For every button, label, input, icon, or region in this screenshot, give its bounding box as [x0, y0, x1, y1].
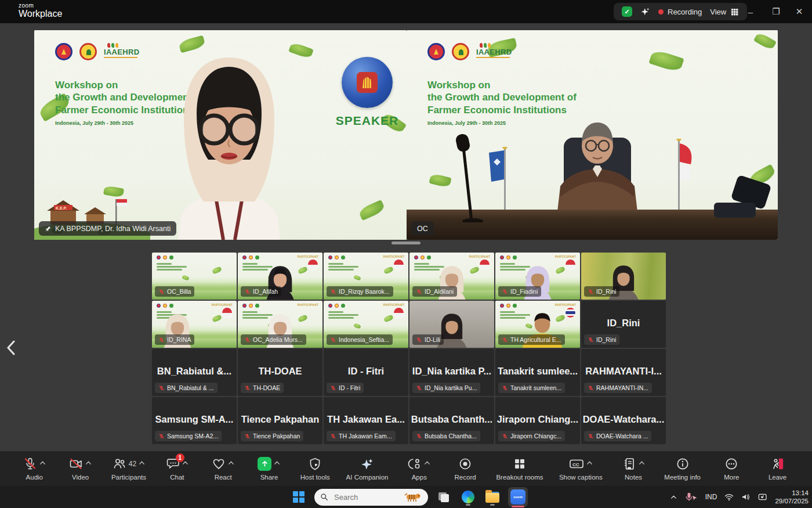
participant-name-label: ID_Rini: [584, 286, 619, 297]
toolbar-button-meeting-info[interactable]: Meeting info: [664, 457, 701, 481]
task-view-button[interactable]: [435, 488, 452, 506]
chevron-up-icon[interactable]: [424, 460, 430, 465]
participant-tile[interactable]: OC_Billa: [152, 253, 237, 300]
participant-tile[interactable]: PARTICIPANT TH Agricultural E...: [495, 301, 580, 348]
hidden-icons-chevron[interactable]: [670, 493, 677, 501]
view-button[interactable]: View: [710, 8, 739, 16]
volume-icon[interactable]: [741, 493, 751, 501]
participant-name-label: Butsaba Chantha...: [412, 431, 480, 441]
toolbar-button-audio[interactable]: Audio: [19, 457, 49, 481]
participant-tile[interactable]: Samsung SM-A... Samsung SM-A2...: [152, 397, 237, 444]
participant-tile[interactable]: ID_Nia kartika P... ID_Nia kartika Pu...: [409, 349, 494, 396]
video-strip-scrollbar[interactable]: [392, 242, 420, 244]
edge-browser-button[interactable]: [459, 488, 477, 506]
participant-tile[interactable]: TH-DOAE TH-DOAE: [238, 349, 322, 396]
start-button[interactable]: [290, 488, 307, 506]
leave-icon: [771, 457, 785, 471]
participant-name-text: ID_Aldilani: [425, 288, 454, 295]
participant-display-name: TH Jakawan Ea...: [324, 414, 408, 425]
workshop-title: Workshop onthe Growth and Development of…: [427, 79, 577, 116]
participant-name-text: Indonesia_Seftia...: [339, 336, 389, 343]
participant-tile[interactable]: PARTICIPANT ID_Rizqy Baarok...: [324, 253, 408, 300]
participant-name-label: ID_Aldilani: [412, 286, 457, 297]
iaaehrd-text: IAAEHRD: [104, 48, 139, 56]
gallery-previous-button[interactable]: [2, 338, 20, 358]
participant-display-name: Butsaba Chanth...: [409, 414, 494, 425]
participant-tile[interactable]: RAHMAYANTI-I... RAHMAYANTI-IN...: [581, 349, 666, 396]
mic-in-use-icon[interactable]: [685, 492, 698, 502]
participant-tile[interactable]: PARTICIPANT OC_Adelia Murs...: [238, 301, 322, 348]
participant-tile[interactable]: Tanakrit sumlee... Tanakrit sumleen...: [495, 349, 580, 396]
recording-indicator[interactable]: Recording: [658, 8, 702, 16]
taskbar-clock[interactable]: 13:14 29/07/2025: [775, 489, 809, 506]
chevron-up-icon[interactable]: [228, 460, 234, 465]
toolbar-button-notes[interactable]: Notes: [618, 457, 648, 481]
toolbar-button-share[interactable]: Share: [254, 457, 284, 481]
toolbar-button-more[interactable]: More: [716, 457, 746, 481]
toolbar-button-react[interactable]: React: [208, 457, 238, 481]
chevron-up-icon[interactable]: [586, 460, 593, 465]
participant-tile[interactable]: PARTICIPANT ID_Afifah: [238, 253, 322, 300]
participant-tile[interactable]: ID - Fitri ID - Fitri: [324, 349, 408, 396]
ai-sparkle-icon[interactable]: [640, 7, 650, 17]
wifi-icon[interactable]: [724, 493, 734, 501]
participant-tile[interactable]: Tience Pakpahan Tience Pakpahan: [238, 397, 322, 444]
security-shield-icon[interactable]: ✓: [622, 6, 632, 17]
toolbar-button-breakout-rooms[interactable]: Breakout rooms: [496, 457, 543, 481]
chevron-up-icon[interactable]: [139, 460, 145, 465]
main-video-speaker[interactable]: IAAEHRD Workshop onthe Growth and Develo…: [34, 30, 407, 240]
toolbar-button-host-tools[interactable]: Host tools: [300, 457, 330, 481]
participant-tile[interactable]: Jiraporn Chiang... Jiraporn Chiangc...: [495, 397, 580, 444]
participant-name-label: Samsung SM-A2...: [155, 431, 222, 441]
toolbar-button-apps[interactable]: Apps: [404, 457, 434, 481]
zoom-workplace-logo: zoom Workplace: [19, 3, 62, 19]
participant-tile[interactable]: PARTICIPANT Indonesia_Seftia...: [324, 301, 408, 348]
workshop-logos: IAAEHRD: [55, 43, 139, 60]
chevron-up-icon[interactable]: [85, 460, 92, 465]
participant-tile[interactable]: BN_Rabiatul &... BN_Rabiatul & ...: [152, 349, 237, 396]
chevron-up-icon[interactable]: [39, 460, 46, 465]
chevron-up-icon[interactable]: [639, 460, 645, 465]
participant-name-label: DOAE-Watchara ...: [584, 431, 651, 441]
participant-tile[interactable]: Butsaba Chanth... Butsaba Chantha...: [409, 397, 494, 444]
participant-tile[interactable]: ID_Rini: [581, 253, 666, 300]
participant-tile[interactable]: PARTICIPANT ID_Aldilani: [409, 253, 494, 300]
participant-tile[interactable]: PARTICIPANT ID_Fiadini: [495, 253, 580, 300]
toolbar-button-show-captions[interactable]: CCShow captions: [559, 457, 603, 481]
svg-text:K.E.P.: K.E.P.: [56, 206, 67, 210]
taskbar-search[interactable]: [314, 489, 428, 506]
zoom-app-button[interactable]: zoom: [508, 487, 528, 507]
participant-name-text: ID_Fiadini: [510, 288, 538, 295]
participant-name-label: ID_Rizqy Baarok...: [327, 286, 393, 297]
muted-mic-icon: [244, 289, 251, 295]
maximize-button[interactable]: ❐: [763, 0, 789, 23]
close-button[interactable]: ✕: [786, 0, 812, 23]
toolbar-button-record[interactable]: Record: [450, 457, 480, 481]
svg-text:CC: CC: [572, 462, 579, 467]
participant-name-label: ID-Lili: [412, 334, 444, 345]
participant-tile[interactable]: TH Jakawan Ea... TH Jakawan Eam...: [324, 397, 408, 444]
toolbar-button-ai-companion[interactable]: AI Companion: [346, 457, 389, 481]
search-input[interactable]: [333, 492, 397, 502]
mic-off-icon: [23, 457, 37, 471]
participant-tile[interactable]: ID-Lili: [409, 301, 494, 348]
participant-tile[interactable]: DOAE-Watchara... DOAE-Watchara ...: [581, 397, 666, 444]
language-indicator[interactable]: IND: [705, 493, 717, 501]
toolbar-button-leave[interactable]: Leave: [763, 457, 793, 481]
participant-tile[interactable]: ID_Rini ID_Rini: [581, 301, 666, 348]
toolbar-button-video[interactable]: Video: [66, 457, 96, 481]
participant-name-text: Tience Pakpahan: [253, 433, 300, 439]
muted-mic-icon: [158, 433, 165, 439]
chevron-up-icon[interactable]: [274, 460, 280, 465]
toolbar-button-participants[interactable]: 42Participants: [111, 457, 146, 481]
speaker-badge-label: SPEAKER: [335, 114, 399, 128]
toolbar-button-label: Host tools: [300, 474, 330, 481]
main-video-oc[interactable]: IAAEHRD Workshop onthe Growth and Develo…: [407, 30, 778, 240]
file-explorer-button[interactable]: [484, 488, 501, 506]
participant-name-label: TH-DOAE: [241, 383, 284, 393]
participant-tile[interactable]: PARTICIPANT ID_RINA: [152, 301, 237, 348]
muted-mic-icon: [502, 433, 508, 439]
battery-status-icon[interactable]: [758, 493, 767, 501]
minimize-button[interactable]: –: [738, 0, 763, 23]
toolbar-button-chat[interactable]: 1Chat: [162, 457, 192, 481]
